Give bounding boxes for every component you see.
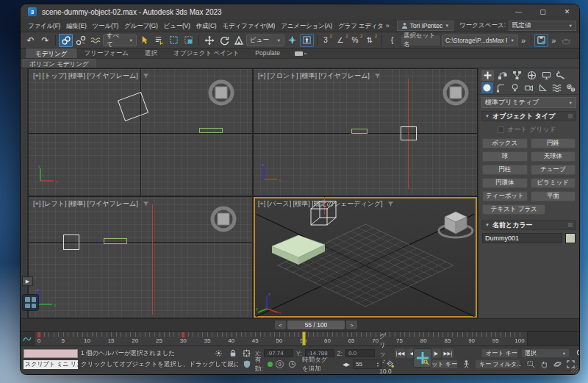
tab-hierarchy[interactable] [511, 70, 523, 81]
viewport-front[interactable]: [+] [フロント] [標準] [ワイヤフレーム] xz [254, 69, 477, 196]
primitive-button[interactable]: 平面 [531, 191, 576, 201]
time-slider-value[interactable]: 55 / 100 [287, 321, 345, 329]
object-color-swatch[interactable] [565, 233, 576, 243]
bind-to-space-warp-button[interactable] [88, 34, 102, 47]
select-and-rotate-button[interactable] [217, 34, 231, 47]
time-slider[interactable]: < 55 / 100 > [275, 321, 357, 329]
tab-create[interactable] [481, 70, 494, 81]
angle-snap-toggle[interactable]: ∠ [335, 34, 349, 47]
tab-display[interactable] [540, 70, 553, 81]
reference-coordinate-system-dropdown[interactable]: ビュー ▼ [246, 35, 284, 46]
viewport-left-label[interactable]: [+] [レフト] [標準] [ワイヤフレーム] [33, 199, 149, 209]
filter-funnel-icon[interactable] [143, 201, 149, 207]
spinner-snap-toggle[interactable]: ⇅ [365, 34, 379, 47]
box-object-wireframe[interactable] [104, 238, 127, 244]
viewport-perspective-label[interactable]: [+] [パース] [標準] [既定のシェーディング] [258, 199, 394, 209]
autogrid-checkbox[interactable] [498, 126, 504, 133]
frame-step-arrows[interactable]: ◀▶ [343, 362, 350, 368]
viewcube[interactable] [209, 204, 238, 234]
unlink-selection-button[interactable] [74, 34, 87, 47]
rectangular-selection-region-button[interactable] [167, 34, 181, 47]
window-crossing-toggle[interactable] [182, 34, 196, 47]
select-by-name-button[interactable] [152, 34, 166, 47]
box-object-wireframe[interactable] [199, 128, 223, 133]
selection-lock-toggle[interactable] [227, 348, 238, 358]
select-object-button[interactable] [137, 34, 151, 47]
close-button[interactable]: ✕ [555, 4, 579, 19]
menu-item[interactable]: グラフ エディタ(D) [335, 19, 383, 32]
menu-item[interactable]: アニメーション(A) [278, 19, 335, 32]
macro-recorder-pane[interactable] [24, 349, 78, 358]
dummy-helper-wireframe[interactable] [63, 235, 79, 250]
snap-toggle-3d[interactable]: 3 [320, 34, 334, 47]
ribbon-tab[interactable]: モデリング [26, 49, 76, 58]
viewport-front-label[interactable]: [+] [フロント] [標準] [ワイヤフレーム] [258, 71, 381, 81]
current-frame-field[interactable]: 55 ▲▼ [353, 359, 382, 369]
toolbar-overflow-chevron[interactable]: » [519, 36, 528, 45]
box-object-wireframe[interactable] [351, 129, 368, 134]
use-pivot-point-center-button[interactable] [300, 34, 314, 47]
spinner-arrows-icon[interactable]: ▲▼ [376, 362, 379, 368]
primitive-button[interactable]: 天球体 [531, 151, 576, 162]
primitive-button[interactable]: ティーポット [482, 191, 528, 201]
previous-frame-arrow[interactable]: < [275, 321, 286, 329]
viewport-perspective[interactable]: [+] [パース] [標準] [既定のシェーディング] [254, 197, 477, 318]
redo-button[interactable]: ↷ [38, 34, 52, 47]
adaptive-degradation-shield-icon[interactable] [241, 359, 252, 369]
orbit-button[interactable] [551, 359, 563, 369]
category-systems[interactable] [564, 82, 576, 93]
dummy-helper-wireframe[interactable] [401, 126, 417, 140]
select-and-scale-button[interactable] [232, 34, 245, 47]
undo-button[interactable]: ↶ [24, 34, 37, 47]
viewport-top-label[interactable]: [+] [トップ] [標準] [ワイヤフレーム] [33, 71, 149, 81]
menu-item[interactable]: 編集(E) [63, 19, 89, 32]
menu-item[interactable]: 作成(C) [193, 19, 220, 32]
resize-grip[interactable] [571, 366, 578, 373]
keyframe-marker[interactable] [37, 332, 40, 337]
viewcube[interactable] [207, 78, 236, 107]
ribbon-tab[interactable]: 選択 [137, 49, 165, 58]
viewcube[interactable] [436, 209, 476, 241]
key-mode-figure-icon[interactable] [461, 359, 472, 369]
absolute-offset-mode-toggle[interactable] [241, 348, 252, 358]
key-selection-dropdown[interactable]: 選択 ▼ [521, 348, 570, 358]
category-shapes[interactable] [495, 82, 507, 93]
primitive-button[interactable]: 円錐 [531, 138, 576, 148]
menu-item[interactable]: ビュー(V) [161, 19, 193, 32]
primitive-button[interactable]: ピラミッド [531, 178, 576, 188]
object-name-field[interactable]: Dummy001 [482, 233, 562, 243]
filter-funnel-icon[interactable] [143, 73, 149, 79]
time-configuration-icon[interactable] [287, 359, 298, 369]
tab-utilities[interactable] [555, 70, 567, 81]
key-filters-button[interactable]: キー フィルタ... [475, 359, 520, 369]
primitive-button[interactable]: 円環体 [482, 178, 528, 188]
user-account-menu[interactable]: Tori iPentec ▼ [397, 21, 453, 31]
select-and-link-button[interactable] [59, 34, 73, 47]
auto-key-button[interactable]: オート キー [481, 348, 518, 358]
select-and-place-button[interactable] [285, 34, 299, 47]
percent-snap-toggle[interactable]: % [350, 34, 364, 47]
viewport-layout-icon[interactable] [22, 294, 39, 311]
save-file-button[interactable] [534, 34, 548, 47]
key-mode-toggle[interactable] [385, 359, 396, 369]
menu-item[interactable]: モディファイヤ(M) [220, 19, 279, 32]
edit-named-selection-sets-button[interactable]: { [385, 34, 399, 47]
x-coordinate-field[interactable]: -97.74 [264, 349, 293, 357]
select-and-move-button[interactable] [202, 34, 216, 47]
workspace-dropdown[interactable]: 既定値 ▼ [509, 21, 576, 31]
category-lights[interactable] [509, 82, 521, 93]
toolbar-overflow-chevron[interactable]: » [549, 36, 558, 45]
polygon-modeling-panel-tab[interactable]: ポリゴン モデリング [23, 59, 96, 68]
filter-funnel-icon[interactable] [387, 201, 394, 207]
add-time-tag[interactable]: 時間タグを追加 [302, 356, 332, 373]
menu-item[interactable]: ファイル(F) [25, 19, 63, 32]
viewport-top[interactable]: [+] [トップ] [標準] [ワイヤフレーム] xy [29, 69, 252, 196]
next-frame-arrow[interactable]: > [346, 321, 357, 329]
project-folder-dropdown[interactable]: C:\Storage\P...dsMax Project ▼ [442, 35, 518, 46]
primitive-category-dropdown[interactable]: 標準プリミティブ ▼ [481, 97, 576, 108]
menu-item[interactable]: グループ(G) [121, 19, 160, 32]
go-to-start-button[interactable]: |◀◀ [395, 348, 406, 358]
menu-overflow-chevron[interactable]: » [383, 22, 392, 29]
timeline-playhead[interactable] [302, 332, 306, 346]
titlebar[interactable]: 3 scene-dummy-object-02.max - Autodesk 3… [21, 4, 579, 19]
